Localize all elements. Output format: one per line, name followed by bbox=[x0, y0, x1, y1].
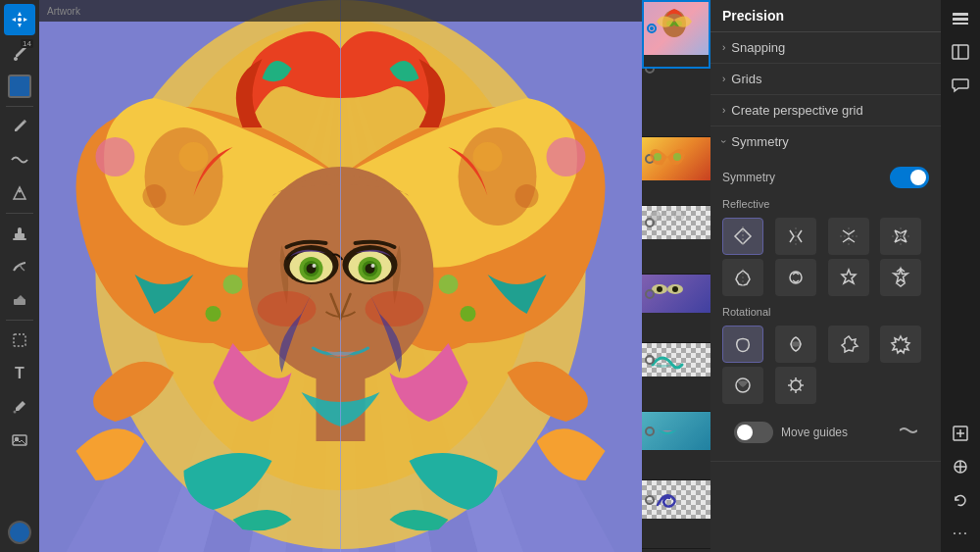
grids-section: › Grids bbox=[710, 64, 941, 95]
image-tool[interactable] bbox=[4, 425, 35, 456]
svg-rect-4 bbox=[14, 299, 25, 305]
toolbar-divider-1 bbox=[6, 106, 33, 107]
select-tool[interactable] bbox=[4, 325, 35, 356]
move-tool[interactable] bbox=[4, 4, 35, 35]
reflective-icon-6[interactable] bbox=[775, 259, 816, 296]
reflective-icons-grid bbox=[722, 218, 929, 296]
rotational-icon-6[interactable] bbox=[775, 367, 816, 404]
smooth-tool[interactable] bbox=[4, 144, 35, 176]
canvas-artwork[interactable] bbox=[39, 0, 642, 552]
perspective-label: Create perspective grid bbox=[731, 103, 862, 118]
svg-rect-3 bbox=[13, 238, 26, 240]
svg-point-57 bbox=[651, 211, 661, 221]
svg-rect-77 bbox=[953, 45, 968, 59]
thumbnail-item-3[interactable] bbox=[642, 137, 710, 206]
symmetry-toggle[interactable] bbox=[890, 167, 929, 188]
toolbar-divider-3 bbox=[6, 320, 33, 321]
reflective-icon-3[interactable] bbox=[828, 218, 869, 255]
reflective-icon-8[interactable] bbox=[880, 259, 921, 296]
move-guides-toggle[interactable] bbox=[734, 422, 773, 443]
symmetry-toggle-label: Symmetry bbox=[722, 171, 775, 184]
svg-point-25 bbox=[143, 184, 167, 208]
brush-tool[interactable]: 14 bbox=[4, 37, 35, 69]
symmetry-section: › Symmetry Symmetry Reflective bbox=[710, 126, 941, 462]
canvas-area: Artwork bbox=[39, 0, 642, 552]
reflective-icon-2[interactable] bbox=[775, 218, 816, 255]
svg-point-27 bbox=[473, 142, 503, 172]
libraries-btn[interactable] bbox=[946, 452, 975, 481]
erase-tool[interactable] bbox=[4, 284, 35, 316]
svg-point-50 bbox=[547, 137, 586, 176]
history-btn[interactable] bbox=[946, 485, 975, 515]
grids-row[interactable]: › Grids bbox=[710, 64, 941, 94]
layers-panel-btn[interactable] bbox=[946, 4, 975, 33]
brush-size: 14 bbox=[21, 39, 33, 48]
svg-point-51 bbox=[96, 137, 135, 176]
rotational-icon-3[interactable] bbox=[828, 326, 869, 363]
reflective-icon-7[interactable] bbox=[828, 259, 869, 296]
snapping-arrow: › bbox=[722, 42, 725, 53]
svg-point-45 bbox=[371, 264, 375, 268]
svg-point-24 bbox=[179, 142, 209, 172]
rotational-icon-5[interactable] bbox=[722, 367, 763, 404]
svg-point-30 bbox=[206, 306, 221, 322]
svg-point-29 bbox=[223, 275, 243, 294]
rotational-icon-2[interactable] bbox=[775, 326, 816, 363]
perspective-section: › Create perspective grid bbox=[710, 95, 941, 126]
svg-point-47 bbox=[366, 291, 424, 326]
thumbnail-item-5[interactable] bbox=[642, 275, 710, 343]
thumbnail-item-8[interactable] bbox=[642, 480, 710, 549]
vector-tool[interactable] bbox=[4, 177, 35, 209]
eyedropper-tool[interactable] bbox=[4, 391, 35, 423]
more-options-btn[interactable]: ··· bbox=[946, 519, 975, 548]
pen-tool[interactable] bbox=[4, 111, 35, 142]
svg-rect-5 bbox=[14, 334, 25, 346]
svg-point-63 bbox=[672, 286, 678, 292]
grids-arrow: › bbox=[722, 74, 725, 84]
color-fill-box[interactable] bbox=[4, 71, 35, 102]
reflective-icon-1[interactable] bbox=[722, 218, 763, 255]
far-right-toolbar: ··· bbox=[941, 0, 980, 552]
rotational-label: Rotational bbox=[722, 306, 929, 318]
symmetry-section-label: Symmetry bbox=[731, 134, 789, 149]
grids-label: Grids bbox=[731, 72, 761, 86]
color-circle-primary[interactable] bbox=[4, 517, 35, 548]
filename-label: Artwork bbox=[47, 6, 80, 17]
properties-btn[interactable] bbox=[946, 37, 975, 67]
svg-point-58 bbox=[662, 211, 672, 221]
left-toolbar: 14 bbox=[0, 0, 39, 552]
svg-rect-76 bbox=[953, 23, 968, 25]
comments-btn[interactable] bbox=[946, 71, 975, 100]
svg-point-23 bbox=[145, 127, 223, 226]
smudge-tool[interactable] bbox=[4, 251, 35, 282]
rotational-icons-grid bbox=[722, 326, 929, 404]
svg-point-31 bbox=[439, 275, 459, 294]
snapping-row[interactable]: › Snapping bbox=[710, 32, 941, 63]
snapping-label: Snapping bbox=[731, 40, 785, 55]
right-panel: Precision › Snapping › Grids › Create pe… bbox=[710, 0, 941, 552]
svg-point-28 bbox=[515, 184, 539, 208]
panel-header: Precision bbox=[710, 0, 941, 32]
reflective-icon-5[interactable] bbox=[722, 259, 763, 296]
thumbnail-item-6[interactable] bbox=[642, 343, 710, 412]
thumbnail-item-4[interactable] bbox=[642, 206, 710, 275]
thumbnail-item-7[interactable] bbox=[642, 412, 710, 480]
symmetry-row[interactable]: › Symmetry bbox=[710, 126, 941, 157]
svg-rect-74 bbox=[953, 13, 968, 16]
add-panel-btn[interactable] bbox=[946, 419, 975, 448]
svg-point-1 bbox=[19, 190, 22, 193]
rotational-icon-4[interactable] bbox=[880, 326, 921, 363]
thumbnail-item-2[interactable] bbox=[642, 69, 710, 137]
perspective-row[interactable]: › Create perspective grid bbox=[710, 95, 941, 125]
snapping-section: › Snapping bbox=[710, 32, 941, 64]
thumbnail-item-1[interactable] bbox=[642, 0, 710, 69]
svg-point-55 bbox=[654, 153, 662, 161]
text-tool[interactable]: T bbox=[4, 358, 35, 389]
svg-point-62 bbox=[657, 286, 662, 292]
svg-point-56 bbox=[673, 153, 681, 161]
stamp-tool[interactable] bbox=[4, 218, 35, 249]
symmetry-arrow: › bbox=[718, 140, 729, 143]
rotational-icon-1[interactable] bbox=[722, 326, 763, 363]
reflective-icon-4[interactable] bbox=[880, 218, 921, 255]
text-tool-label: T bbox=[15, 365, 24, 382]
